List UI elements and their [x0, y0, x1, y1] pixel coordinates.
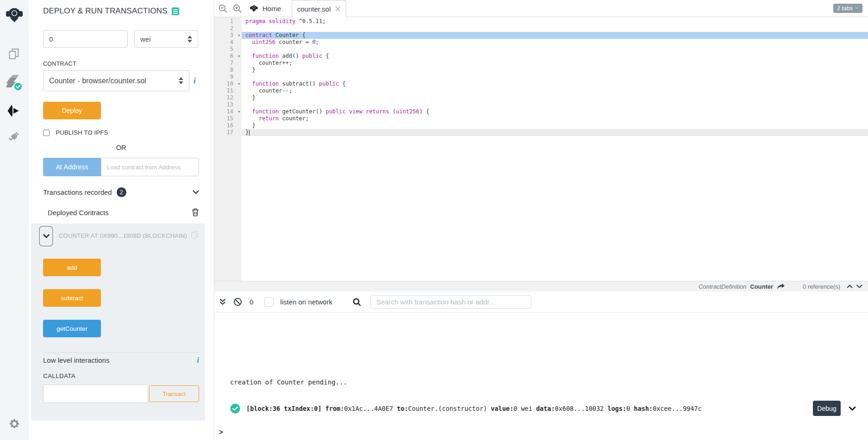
- line-number[interactable]: 8: [214, 67, 242, 74]
- line-number[interactable]: 2: [214, 25, 242, 32]
- code-line[interactable]: counter++;: [242, 60, 868, 67]
- calldata-input[interactable]: [43, 384, 148, 403]
- unit-select[interactable]: wei: [134, 30, 198, 48]
- code-line[interactable]: }: [242, 122, 868, 129]
- line-number[interactable]: 16: [214, 122, 242, 129]
- icon-bar: [0, 0, 29, 440]
- expand-contract-button[interactable]: [39, 226, 53, 247]
- low-level-label: Low level interactions: [43, 356, 109, 364]
- collapse-icon[interactable]: [219, 298, 226, 305]
- doc-icon[interactable]: [172, 7, 179, 15]
- getCounter-button[interactable]: getCounter: [43, 320, 101, 337]
- ban-icon[interactable]: [233, 297, 242, 306]
- line-number[interactable]: 4: [214, 39, 242, 46]
- contract-function-buttons: addsubtractgetCounter: [43, 259, 101, 350]
- references-label: 0 reference(s): [803, 283, 840, 290]
- settings-icon[interactable]: [8, 418, 20, 430]
- fold-icon[interactable]: ▾: [238, 32, 240, 39]
- chevron-down-icon[interactable]: [849, 406, 856, 411]
- code-line[interactable]: }: [242, 94, 868, 101]
- terminal-toolbar: 0 listen on network: [214, 291, 868, 313]
- check-icon: [230, 403, 240, 414]
- code-line[interactable]: uint256 counter = 0;: [242, 39, 868, 46]
- at-address-input[interactable]: [101, 158, 199, 176]
- deploy-button[interactable]: Deploy: [43, 102, 101, 119]
- publish-ipfs-label: PUBLISH TO IPFS: [56, 129, 108, 136]
- tabs-count-badge[interactable]: 2 tabs: [833, 4, 862, 13]
- zoom-out-icon[interactable]: [219, 4, 228, 13]
- chevron-up-down-icon: [187, 36, 192, 43]
- code-line[interactable]: function getCounter() public view return…: [242, 108, 868, 115]
- transact-button[interactable]: Transact: [149, 385, 199, 402]
- line-number[interactable]: 11: [214, 87, 242, 94]
- chevron-up-icon[interactable]: [847, 285, 853, 288]
- line-number[interactable]: 14▾: [214, 108, 242, 115]
- code-line[interactable]: function subtract() public {: [242, 81, 868, 87]
- code-line[interactable]: [242, 46, 868, 53]
- remix-tab-icon: [250, 4, 258, 13]
- listen-on-network-checkbox[interactable]: [264, 297, 274, 307]
- subtract-button[interactable]: subtract: [43, 289, 101, 307]
- transaction-log-row[interactable]: [block:36 txIndex:0] from:0x1Ac...4A0E7 …: [230, 401, 856, 416]
- code-line[interactable]: return counter;: [242, 115, 868, 122]
- editor-gutter: 123▾456▾78910▾11121314▾151617: [214, 17, 242, 281]
- code-line[interactable]: }: [242, 67, 868, 74]
- file-explorer-icon[interactable]: [8, 48, 21, 60]
- chevron-down-icon[interactable]: [856, 285, 862, 288]
- divider: [43, 353, 199, 353]
- goto-icon[interactable]: [777, 283, 785, 290]
- contract-instance-label[interactable]: COUNTER AT 0X990...1908D (BLOCKCHAIN): [59, 232, 187, 239]
- panel-title: DEPLOY & RUN TRANSACTIONS: [43, 6, 179, 16]
- tab-counter-sol[interactable]: counter.sol: [292, 0, 346, 17]
- publish-ipfs-checkbox[interactable]: [43, 130, 50, 136]
- remix-logo[interactable]: [5, 6, 24, 25]
- info-icon[interactable]: i: [194, 77, 196, 85]
- fold-icon[interactable]: ▾: [238, 81, 240, 87]
- code-line[interactable]: pragma solidity ^0.5.11;: [242, 18, 868, 25]
- line-number[interactable]: 10▾: [214, 81, 242, 87]
- line-number[interactable]: 17: [214, 129, 242, 136]
- low-level-row: Low level interactions i: [43, 356, 199, 364]
- line-number[interactable]: 12: [214, 94, 242, 101]
- tab-home[interactable]: Home: [246, 0, 285, 17]
- line-number[interactable]: 3▾: [214, 32, 242, 39]
- value-input[interactable]: [43, 30, 128, 48]
- transactions-recorded-row[interactable]: Transactions recorded 2: [43, 187, 199, 197]
- code-line[interactable]: [242, 25, 868, 32]
- line-number[interactable]: 6▾: [214, 53, 242, 60]
- chevron-up-down-icon: [179, 77, 183, 84]
- close-icon[interactable]: [335, 6, 341, 12]
- line-number[interactable]: 15: [214, 115, 242, 122]
- calldata-label: CALLDATA: [43, 372, 75, 379]
- debug-button[interactable]: Debug: [813, 401, 841, 416]
- zoom-in-icon[interactable]: [233, 4, 242, 13]
- chevron-down-icon[interactable]: [193, 190, 199, 194]
- code-line[interactable]: }: [242, 129, 868, 136]
- line-number[interactable]: 1: [214, 18, 242, 25]
- line-number[interactable]: 9: [214, 74, 242, 81]
- code-editor[interactable]: 123▾456▾78910▾11121314▾151617 pragma sol…: [214, 17, 868, 281]
- search-icon[interactable]: [353, 298, 361, 306]
- code-line[interactable]: [242, 101, 868, 108]
- line-number[interactable]: 13: [214, 101, 242, 108]
- compiler-icon[interactable]: [6, 74, 22, 91]
- contract-select[interactable]: Counter - browser/counter.sol: [43, 70, 189, 91]
- at-address-button[interactable]: At Address: [43, 158, 101, 176]
- terminal-search-input[interactable]: [370, 295, 531, 309]
- fold-icon[interactable]: ▾: [238, 108, 240, 115]
- line-number[interactable]: 5: [214, 46, 242, 53]
- publish-ipfs-row: PUBLISH TO IPFS: [43, 129, 108, 136]
- terminal-prompt[interactable]: >: [219, 428, 223, 436]
- copy-icon[interactable]: [191, 231, 198, 239]
- deploy-run-icon[interactable]: [7, 105, 22, 118]
- code-line[interactable]: counter--;: [242, 87, 868, 94]
- plugin-icon[interactable]: [7, 130, 21, 143]
- fold-icon[interactable]: ▾: [238, 53, 240, 60]
- info-icon[interactable]: i: [197, 356, 199, 364]
- code-line[interactable]: contract Counter {: [242, 32, 868, 39]
- line-number[interactable]: 7: [214, 60, 242, 67]
- code-line[interactable]: [242, 74, 868, 81]
- trash-icon[interactable]: [192, 208, 199, 217]
- add-button[interactable]: add: [43, 259, 101, 276]
- code-line[interactable]: function add() public {: [242, 53, 868, 60]
